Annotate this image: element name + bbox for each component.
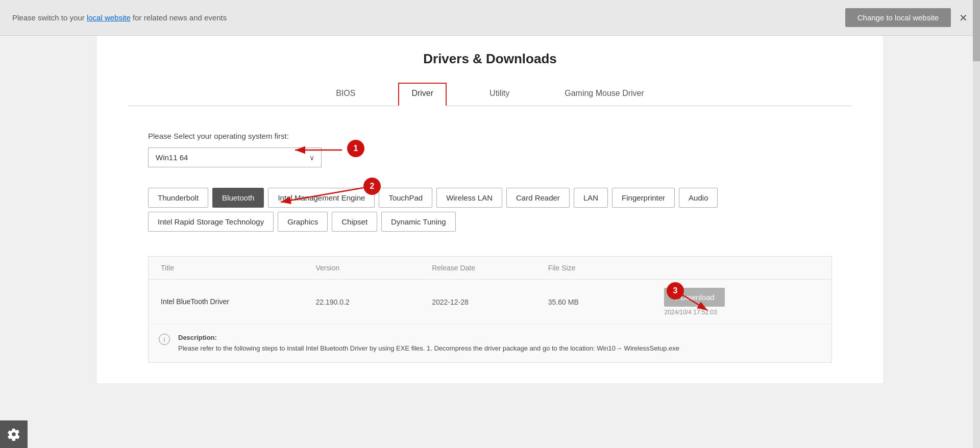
col-release-date: Release Date: [432, 264, 548, 272]
download-timestamp: 2024/10/4 17:52:03: [664, 309, 717, 316]
table-row: Intel BlueTooth Driver 22.190.0.2 2022-1…: [149, 280, 831, 325]
page-title: Drivers & Downloads: [128, 51, 852, 67]
description-body: Please refer to the following steps to i…: [178, 344, 679, 352]
annotation-badge-3: 3: [667, 282, 684, 300]
category-section: Thunderbolt Bluetooth Intel Management E…: [128, 188, 852, 246]
category-row-2: Intel Rapid Storage Technology Graphics …: [148, 212, 832, 232]
top-banner: Please switch to your local website for …: [0, 0, 980, 36]
cat-chipset[interactable]: Chipset: [332, 212, 377, 232]
gear-button[interactable]: [0, 420, 28, 448]
results-header: Title Version Release Date File Size: [149, 257, 831, 280]
close-banner-button[interactable]: ✕: [959, 13, 968, 23]
description-label: Description:: [178, 334, 217, 341]
annotation-badge-1: 1: [347, 140, 364, 157]
cat-card-reader[interactable]: Card Reader: [506, 188, 570, 208]
driver-file-size: 35.60 MB: [548, 298, 665, 306]
cat-intel-mgmt[interactable]: Intel Management Engine: [268, 188, 375, 208]
download-cell: ↓ Download 2024/10/4 17:52:03: [664, 288, 819, 316]
os-dropdown-container: Win11 64 Win10 64 Win10 32 Win8 64 Win7 …: [148, 147, 322, 167]
local-website-link[interactable]: local website: [87, 13, 131, 22]
col-title: Title: [161, 264, 316, 272]
cat-wireless-lan[interactable]: Wireless LAN: [436, 188, 502, 208]
tabs-container: BIOS Driver Utility Gaming Mouse Driver: [128, 82, 852, 106]
main-content: Drivers & Downloads BIOS Driver Utility …: [97, 36, 883, 383]
info-icon: i: [159, 334, 170, 345]
scrollbar-thumb[interactable]: [973, 0, 980, 61]
tab-gaming-mouse-driver[interactable]: Gaming Mouse Driver: [552, 83, 656, 106]
category-row-1: Thunderbolt Bluetooth Intel Management E…: [148, 188, 832, 208]
col-version: Version: [316, 264, 432, 272]
annotation-badge-2: 2: [363, 178, 381, 195]
cat-intel-rapid[interactable]: Intel Rapid Storage Technology: [148, 212, 274, 232]
os-selector-label: Please Select your operating system firs…: [148, 132, 832, 140]
change-website-button[interactable]: Change to local website: [845, 8, 951, 27]
tab-utility[interactable]: Utility: [477, 83, 522, 106]
results-section: 3 Title Version Release Date File Size I…: [148, 256, 832, 363]
tab-bios[interactable]: BIOS: [324, 83, 368, 106]
col-action: [664, 264, 819, 272]
driver-release-date: 2022-12-28: [432, 298, 548, 306]
cat-audio[interactable]: Audio: [679, 188, 718, 208]
description-section: i Description: Please refer to the follo…: [149, 325, 831, 362]
cat-dynamic-tuning[interactable]: Dynamic Tuning: [381, 212, 456, 232]
scrollbar-track[interactable]: [973, 0, 980, 448]
cat-fingerprinter[interactable]: Fingerprinter: [612, 188, 675, 208]
description-text: Description: Please refer to the followi…: [178, 333, 679, 354]
cat-thunderbolt[interactable]: Thunderbolt: [148, 188, 208, 208]
gear-icon: [7, 428, 20, 441]
banner-actions: Change to local website ✕: [845, 8, 968, 27]
cat-bluetooth[interactable]: Bluetooth: [212, 188, 264, 208]
cat-touchpad[interactable]: TouchPad: [379, 188, 432, 208]
cat-lan[interactable]: LAN: [574, 188, 608, 208]
col-file-size: File Size: [548, 264, 665, 272]
banner-text: Please switch to your local website for …: [12, 13, 227, 22]
os-selector-section: Please Select your operating system firs…: [128, 121, 852, 178]
tab-driver[interactable]: Driver: [398, 83, 447, 106]
driver-title: Intel BlueTooth Driver: [161, 296, 316, 307]
cat-graphics[interactable]: Graphics: [278, 212, 328, 232]
os-dropdown[interactable]: Win11 64 Win10 64 Win10 32 Win8 64 Win7 …: [148, 147, 322, 167]
driver-version: 22.190.0.2: [316, 298, 432, 306]
